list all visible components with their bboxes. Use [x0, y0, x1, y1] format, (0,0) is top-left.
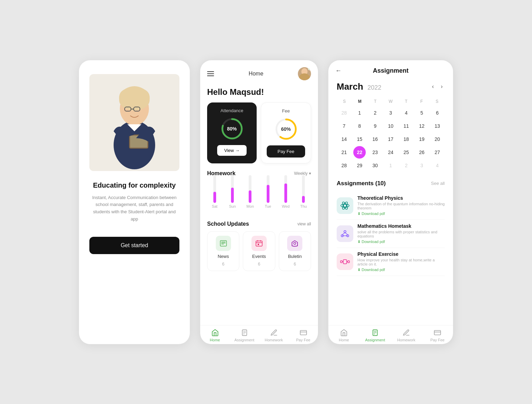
news-count: 6 — [222, 262, 224, 267]
cal-day-30[interactable]: 30 — [369, 159, 381, 172]
events-count: 6 — [258, 262, 260, 267]
assignments-count-title: Assignments (10) — [337, 180, 386, 187]
cal-day-9[interactable]: 9 — [369, 120, 381, 132]
month-name: March — [337, 81, 363, 92]
cal-day-28[interactable]: 28 — [338, 159, 350, 172]
cal-day-22-today[interactable]: 22 — [353, 146, 366, 159]
homework-section: Homework Weekly ▾ Sat Sun — [207, 170, 311, 215]
cal-day-15[interactable]: 15 — [353, 133, 366, 145]
cal-day-11[interactable]: 11 — [400, 120, 413, 132]
nav-homework[interactable]: Homework — [259, 329, 289, 342]
update-card-buletin[interactable]: Buletin 6 — [279, 231, 311, 271]
cal-day-10[interactable]: 10 — [384, 120, 397, 132]
svg-line-38 — [345, 233, 348, 235]
svg-rect-14 — [220, 241, 227, 246]
physics-download[interactable]: ⬇ Download pdf — [357, 212, 445, 216]
updates-header: School Updates view all — [207, 221, 311, 227]
svg-rect-22 — [258, 244, 259, 245]
nav-payfee[interactable]: Pay Fee — [289, 329, 318, 342]
back-button[interactable]: ← — [335, 67, 342, 74]
s3-nav-payfee[interactable]: Pay Fee — [422, 329, 453, 342]
cal-day-5[interactable]: 5 — [416, 107, 428, 119]
math-download[interactable]: ⬇ Download pdf — [357, 240, 445, 244]
updates-grid: News 6 Events — [207, 231, 311, 271]
prev-month-button[interactable]: ‹ — [430, 83, 436, 90]
pay-fee-button[interactable]: Pay Fee — [267, 145, 305, 158]
get-started-button[interactable]: Get started — [89, 237, 179, 254]
school-updates-section: School Updates view all N — [207, 221, 311, 271]
menu-icon[interactable] — [207, 71, 214, 76]
cal-day-23[interactable]: 23 — [369, 146, 381, 159]
cal-day-20[interactable]: 20 — [431, 133, 444, 145]
view-attendance-button[interactable]: View → — [217, 145, 247, 156]
chart-bar-thu: Thu — [296, 175, 311, 208]
user-avatar[interactable] — [298, 67, 311, 80]
cal-day-7[interactable]: 7 — [338, 120, 350, 132]
chart-bar-tue: Tue — [260, 175, 275, 208]
cal-day-21[interactable]: 21 — [338, 146, 350, 159]
buletin-label: Buletin — [288, 254, 302, 259]
attendance-percent: 80% — [227, 126, 237, 132]
cal-day-25[interactable]: 25 — [400, 146, 413, 159]
exercise-icon-box — [337, 253, 353, 270]
attendance-card: Attendance 80% View → — [207, 102, 257, 163]
calendar-weeks: 28 1 2 3 4 5 6 7 8 9 10 11 12 13 14 — [337, 107, 445, 172]
cal-day-8[interactable]: 8 — [353, 120, 366, 132]
cal-day-17[interactable]: 17 — [384, 133, 397, 145]
cal-day-26[interactable]: 26 — [416, 146, 428, 159]
home-nav-icon — [211, 329, 219, 336]
s3-payfee-nav-label: Pay Fee — [431, 338, 445, 342]
see-all-button[interactable]: See all — [431, 181, 445, 186]
cal-day-12[interactable]: 12 — [416, 120, 428, 132]
update-card-events[interactable]: Events 6 — [243, 231, 275, 271]
cal-day-16[interactable]: 16 — [369, 133, 381, 145]
fee-percent: 60% — [281, 126, 291, 132]
math-name: Mathematics Hometask — [357, 223, 445, 229]
assignment-item-1: Mathematics Hometask solve all the probl… — [337, 220, 445, 248]
cal-day-3-next[interactable]: 3 — [416, 159, 428, 172]
cal-day-2[interactable]: 2 — [369, 107, 381, 119]
physics-desc: The derivation of the quantum informatio… — [357, 202, 445, 210]
cal-day-6[interactable]: 6 — [431, 107, 444, 119]
cal-day-4[interactable]: 4 — [400, 107, 413, 119]
screen2-home: Home Hello Maqsud! Attendance — [200, 60, 318, 344]
physics-icon-box — [337, 197, 353, 214]
assignment-bottom-nav: Home Assignment Homework — [328, 325, 453, 344]
s3-nav-assignment[interactable]: Assignment — [360, 329, 391, 342]
svg-point-30 — [344, 204, 346, 207]
news-icon — [219, 239, 228, 248]
svg-rect-49 — [434, 330, 441, 335]
cal-day-13[interactable]: 13 — [431, 120, 444, 132]
assignments-section: Assignments (10) See all Theoretical Phy… — [328, 177, 453, 325]
exercise-download[interactable]: ⬇ Download pdf — [357, 268, 445, 272]
cal-day-19[interactable]: 19 — [416, 133, 428, 145]
s3-nav-homework[interactable]: Homework — [391, 329, 422, 342]
assignment-item-0: Theoretical Physics The derivation of th… — [337, 192, 445, 220]
assignment-nav-icon — [241, 329, 248, 336]
fee-card: Fee 60% Pay Fee — [261, 102, 311, 163]
cal-day-18[interactable]: 18 — [400, 133, 413, 145]
nav-home[interactable]: Home — [200, 329, 230, 342]
s3-home-nav-label: Home — [339, 338, 349, 342]
cal-day-1-next[interactable]: 1 — [384, 159, 397, 172]
next-month-button[interactable]: › — [439, 83, 445, 90]
cal-day-1[interactable]: 1 — [353, 107, 366, 119]
view-all-updates-button[interactable]: view all — [298, 222, 311, 226]
cal-day-29[interactable]: 29 — [353, 159, 366, 172]
news-label: News — [218, 254, 229, 259]
cal-day-4-next[interactable]: 4 — [431, 159, 444, 172]
payfee-nav-label: Pay Fee — [296, 338, 310, 342]
homework-chart: Sat Sun Mon Tue — [207, 181, 311, 215]
cal-day-2-next[interactable]: 2 — [400, 159, 413, 172]
cal-day-3[interactable]: 3 — [384, 107, 397, 119]
cal-day-28-prev[interactable]: 28 — [338, 107, 350, 119]
screen3-assignment: ← Assignment March 2022 ‹ › S M T W — [328, 60, 453, 344]
cal-day-27[interactable]: 27 — [431, 146, 444, 159]
s3-nav-home[interactable]: Home — [328, 329, 360, 342]
update-card-news[interactable]: News 6 — [207, 231, 239, 271]
month-display: March 2022 — [337, 81, 381, 92]
nav-assignment[interactable]: Assignment — [230, 329, 259, 342]
home-nav-label: Home — [210, 338, 220, 342]
cal-day-24[interactable]: 24 — [384, 146, 397, 159]
cal-day-14[interactable]: 14 — [338, 133, 350, 145]
